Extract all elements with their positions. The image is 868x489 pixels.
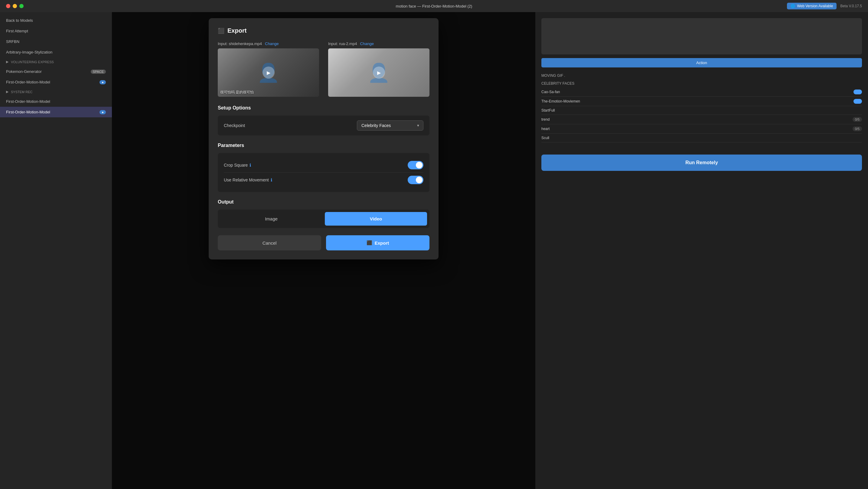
titlebar: motion face — First-Order-Motion-Model (… (0, 0, 868, 12)
rp-item-toggle-2[interactable] (854, 99, 862, 104)
checkpoint-label: Checkpoint (224, 123, 245, 128)
window-title: motion face — First-Order-Motion-Model (… (396, 4, 472, 8)
play-button-1[interactable]: ▶ (262, 66, 275, 79)
crop-square-row: Crop Square ℹ (224, 158, 424, 172)
video-thumb-2[interactable]: 👤 ▶ (328, 49, 430, 97)
rp-badge-trend: 0/5 (852, 117, 862, 122)
sidebar-badge-active: ● (99, 110, 106, 114)
modal-content-box: ⬛ Export Input: shidehenkepa.mp4 Change … (209, 18, 438, 259)
rp-item-label: trend (541, 117, 550, 122)
sidebar-badge: SPACE (91, 69, 106, 74)
checkpoint-select-wrapper[interactable]: Celebrity Faces Vox Celeb Taichi BAIR Ro… (357, 120, 424, 131)
export-btn-label: Export (375, 240, 389, 246)
tab-video[interactable]: Video (325, 212, 427, 225)
sidebar-item-label: Volunteering Express (11, 60, 54, 64)
beta-label: Beta V.0.17.5 (840, 4, 862, 8)
rp-item-label: The-Emotion-Moviemen (541, 99, 580, 103)
sidebar: Back to Models First Attempt SRFBN Arbit… (0, 12, 112, 489)
rp-item-label: Cao-Sa-fan (541, 90, 560, 94)
sidebar-item-label: First-Order-Motion-Model (6, 80, 50, 84)
run-remotely-section: Run Remotely (541, 155, 862, 171)
rp-item-emotion: The-Emotion-Moviemen (541, 97, 862, 106)
tab-image[interactable]: Image (220, 212, 322, 225)
export-icon: ⬛ (218, 28, 224, 34)
setup-options-title: Setup Options (218, 105, 430, 111)
chevron-right-icon: ▶ (6, 90, 8, 94)
sidebar-item-label: First Attempt (6, 29, 28, 33)
sidebar-item-label: Pokemon-Generator (6, 69, 42, 74)
maximize-button[interactable] (19, 4, 24, 8)
sidebar-item-srfbn[interactable]: SRFBN (0, 36, 112, 47)
input-filename-1: Input: shidehenkepa.mp4 (218, 41, 262, 46)
action-row: Cancel ⬛ Export (218, 235, 430, 250)
back-to-models[interactable]: Back to Models (0, 15, 112, 26)
play-button-2[interactable]: ▶ (373, 66, 385, 79)
sidebar-item-arbitrary[interactable]: Arbitrary-Image-Stylization (0, 47, 112, 57)
sidebar-section-volunteering: ▶ Volunteering Express (0, 57, 112, 66)
setup-options-box: Checkpoint Celebrity Faces Vox Celeb Tai… (218, 116, 430, 135)
output-section: Output Image Video (218, 199, 430, 228)
rp-item-toggle[interactable] (854, 90, 862, 94)
right-panel: Action Moving Gif . Celebrity Faces Cao-… (535, 12, 868, 489)
output-tabs: Image Video (218, 210, 430, 228)
globe-icon: 🌐 (790, 4, 795, 8)
rp-item-label: heart (541, 127, 550, 131)
video-thumb-1[interactable]: 👤 ▶ 很可怕吗 是的很可怕 (218, 49, 319, 97)
rp-celebrity-label: Celebrity Faces (541, 81, 862, 86)
sidebar-item-fomm1[interactable]: First-Order-Motion-Model ● (0, 77, 112, 87)
inputs-row: Input: shidehenkepa.mp4 Change 👤 ▶ 很可怕吗 … (218, 41, 430, 97)
change-link-1[interactable]: Change (265, 41, 279, 46)
sidebar-item-first-attempt[interactable]: First Attempt (0, 26, 112, 36)
input-label-2: Input: rua-2.mp4 Change (328, 41, 430, 46)
rp-item-scull: Scull (541, 134, 862, 143)
rp-item-cao: Cao-Sa-fan (541, 87, 862, 97)
use-relative-row: Use Relative Movement ℹ (224, 172, 424, 187)
sidebar-item-fomm-active[interactable]: First-Order-Motion-Model ● (0, 107, 112, 117)
input-block-1: Input: shidehenkepa.mp4 Change 👤 ▶ 很可怕吗 … (218, 41, 319, 97)
rp-item-label: Scull (541, 136, 549, 140)
sidebar-item-label: SRFBN (6, 39, 19, 44)
use-relative-label: Use Relative Movement ℹ (224, 178, 272, 182)
modal-title-row: ⬛ Export (218, 27, 430, 34)
crop-square-label: Crop Square ℹ (224, 163, 251, 167)
run-remotely-button[interactable]: Run Remotely (541, 155, 862, 171)
input-label-1: Input: shidehenkepa.mp4 Change (218, 41, 319, 46)
crop-square-text: Crop Square (224, 163, 248, 167)
right-panel-action-button[interactable]: Action (541, 58, 862, 67)
input-block-2: Input: rua-2.mp4 Change 👤 ▶ (328, 41, 430, 97)
sidebar-badge-blue: ● (99, 80, 106, 84)
input-filename-2: Input: rua-2.mp4 (328, 41, 357, 46)
titlebar-right: 🌐 Web Version Available Beta V.0.17.5 (787, 3, 862, 9)
checkpoint-select[interactable]: Celebrity Faces Vox Celeb Taichi BAIR Ro… (357, 120, 424, 131)
sidebar-item-label: System Rec (11, 90, 33, 94)
rp-item-label: StartFull (541, 108, 555, 113)
use-relative-text: Use Relative Movement (224, 178, 269, 182)
export-button[interactable]: ⬛ Export (326, 235, 430, 250)
back-label: Back to Models (6, 18, 33, 23)
sidebar-item-label: First-Order-Motion-Model (6, 99, 50, 104)
export-btn-icon: ⬛ (367, 240, 372, 246)
modal-title-text: Export (227, 27, 247, 34)
right-panel-image (541, 18, 862, 55)
rp-moving-gif-label: Moving Gif . (541, 73, 862, 78)
crop-square-info-icon[interactable]: ℹ (249, 163, 251, 167)
sidebar-item-fomm2[interactable]: First-Order-Motion-Model (0, 96, 112, 107)
export-modal: ⬛ Export Input: shidehenkepa.mp4 Change … (112, 12, 535, 489)
params-box: Crop Square ℹ Use Relative Movement ℹ (218, 153, 430, 192)
parameters-title: Parameters (218, 143, 430, 148)
sidebar-section-system: ▶ System Rec (0, 87, 112, 96)
crop-square-toggle[interactable] (408, 161, 424, 170)
video-caption-1: 很可怕吗 是的很可怕 (220, 90, 254, 95)
use-relative-info-icon[interactable]: ℹ (271, 178, 272, 182)
close-button[interactable] (6, 4, 10, 8)
sidebar-item-label: Arbitrary-Image-Stylization (6, 50, 52, 55)
sidebar-item-label: First-Order-Motion-Model (6, 110, 50, 114)
cancel-button[interactable]: Cancel (218, 235, 321, 250)
use-relative-toggle[interactable] (408, 176, 424, 184)
minimize-button[interactable] (13, 4, 17, 8)
checkpoint-row: Checkpoint Celebrity Faces Vox Celeb Tai… (224, 120, 424, 131)
chevron-right-icon: ▶ (6, 60, 8, 64)
change-link-2[interactable]: Change (360, 41, 374, 46)
sidebar-item-pokemon[interactable]: Pokemon-Generator SPACE (0, 66, 112, 77)
web-version-button[interactable]: 🌐 Web Version Available (787, 3, 837, 9)
